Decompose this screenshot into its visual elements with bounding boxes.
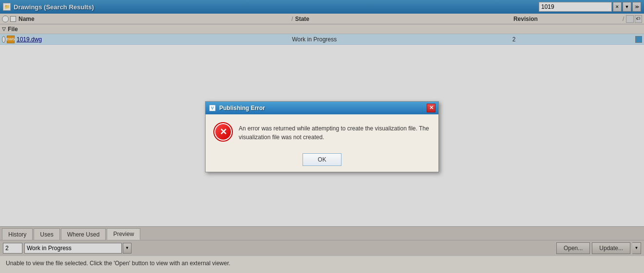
publishing-error-dialog: V Publishing Error ✕ ✕ An error was retu… (205, 101, 439, 172)
modal-titlebar: V Publishing Error ✕ (206, 102, 438, 114)
modal-body: ✕ An error was returned while attempting… (206, 114, 438, 149)
modal-title: Publishing Error (219, 105, 424, 111)
modal-message: An error was returned while attempting t… (239, 122, 431, 142)
modal-close-button[interactable]: ✕ (427, 104, 436, 112)
modal-footer: OK (206, 149, 438, 172)
error-icon-inner: ✕ (215, 124, 231, 140)
modal-title-icon: V (208, 104, 216, 112)
ok-button[interactable]: OK (303, 153, 341, 166)
modal-overlay: V Publishing Error ✕ ✕ An error was retu… (0, 0, 644, 273)
svg-text:V: V (211, 106, 214, 110)
error-icon: ✕ (213, 122, 233, 142)
